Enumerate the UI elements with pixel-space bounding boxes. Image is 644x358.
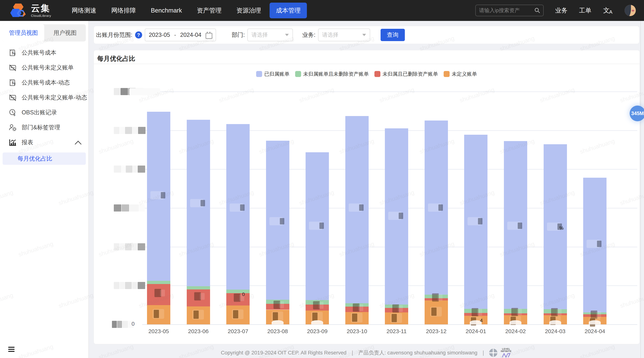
redacted-y-tick-label <box>114 243 145 250</box>
app-logo[interactable]: 云集 CloudLibrary <box>10 3 51 19</box>
badge-value: 345M <box>631 111 644 116</box>
globe-icon <box>489 349 497 357</box>
redaction-artifact: 0 <box>242 291 245 297</box>
redacted-segment-label <box>160 290 165 296</box>
bill-dollar-icon: $ <box>8 49 17 57</box>
sidebar-item-公共账号未定义账单[interactable]: 公共账号未定义账单 <box>0 60 88 75</box>
user-avatar[interactable] <box>624 5 636 16</box>
sidebar-item-公共账号成本[interactable]: $公共账号成本 <box>0 45 88 60</box>
date-separator: - <box>174 32 176 38</box>
bar-2023-10[interactable] <box>345 0 369 324</box>
bar-2023-12[interactable] <box>424 0 448 324</box>
redaction-white-blob <box>589 320 601 324</box>
date-range-label: 出账月份范围: <box>96 31 132 39</box>
bar-2023-05[interactable] <box>147 0 170 324</box>
bar-2024-04[interactable] <box>583 0 606 324</box>
nav-item-成本管理[interactable]: 成本管理 <box>270 3 307 18</box>
footer: Copyright @ 2019-2024 OIT CEP. All Right… <box>88 348 644 358</box>
sidebar-item-label: 公共账号未定义账单-动态 <box>22 94 87 101</box>
nav-link-business[interactable]: 业务 <box>555 6 568 15</box>
x-axis-label-2023-12: 2023-12 <box>421 328 451 334</box>
search-icon[interactable] <box>534 8 540 14</box>
bar-2023-08[interactable] <box>266 0 289 324</box>
product-owner-text: 产品负责人: cavensong shuhuahuang simonlswang <box>358 349 478 356</box>
x-axis-label-2023-10: 2023-10 <box>342 328 372 334</box>
redacted-segment-label <box>279 301 284 308</box>
redacted-segment-label <box>358 304 363 311</box>
sidebar-item-label: 公共账号成本-动态 <box>22 79 70 87</box>
bar-segment-未归属账单且未删除资产账单[interactable] <box>187 286 210 289</box>
x-axis-baseline <box>142 324 637 325</box>
nav-item-资产管理[interactable]: 资产管理 <box>190 3 228 18</box>
bar-2024-01[interactable] <box>464 0 488 324</box>
redacted-segment-label <box>596 311 601 318</box>
bar-2023-06[interactable] <box>187 0 210 324</box>
redacted-bar-label-dark <box>597 241 602 247</box>
nav-item-资源治理[interactable]: 资源治理 <box>230 3 267 18</box>
x-axis-label-2023-11: 2023-11 <box>382 328 412 334</box>
language-switch-icon[interactable]: 文A <box>603 6 613 15</box>
sidebar-tab-管理员视图[interactable]: 管理员视图 <box>2 24 44 42</box>
search-input[interactable] <box>479 7 534 14</box>
floating-metric-badge[interactable]: 345M <box>630 106 644 121</box>
bar-2024-03[interactable] <box>544 0 567 324</box>
right-edge-rail <box>640 21 641 358</box>
redacted-bar-label-dark <box>399 213 403 219</box>
x-axis-label-2024-01: 2024-01 <box>461 328 491 334</box>
sidebar-item-报表[interactable]: 报表 <box>0 135 88 150</box>
chevron-up-icon[interactable] <box>74 141 82 148</box>
x-axis-label-2023-08: 2023-08 <box>263 328 292 334</box>
redacted-segment-label <box>477 309 482 316</box>
redacted-segment-label <box>273 312 278 320</box>
legend-swatch <box>374 71 380 77</box>
sidebar-item-OBS出账记录[interactable]: $OBS出账记录 <box>0 105 88 120</box>
legend-swatch <box>295 71 301 77</box>
x-axis-label-2023-07: 2023-07 <box>223 328 253 334</box>
bar-segment-未归属账单且未删除资产账单[interactable] <box>226 290 250 293</box>
sidebar-item-label: 部门&标签管理 <box>22 123 60 131</box>
x-axis-label-2024-02: 2024-02 <box>500 328 530 334</box>
chart-title: 每月优化占比 <box>97 54 135 63</box>
sidebar-item-label: OBS出账记录 <box>22 109 57 116</box>
collapse-sidebar-button[interactable] <box>8 347 14 352</box>
redacted-segment-label <box>398 305 403 312</box>
sidebar-item-label: 公共账号未定义账单 <box>22 64 74 72</box>
help-icon[interactable]: ? <box>135 31 142 39</box>
bill-crossed-icon <box>8 64 17 72</box>
x-axis-label-2023-05: 2023-05 <box>144 328 174 334</box>
x-axis-label-2024-03: 2024-03 <box>540 328 570 334</box>
logo-subtitle: CloudLibrary <box>31 14 51 17</box>
nav-item-Benchmark[interactable]: Benchmark <box>144 3 188 18</box>
sidebar-subitem-每月优化占比[interactable]: 每月优化占比 <box>2 152 86 165</box>
bar-2023-07[interactable] <box>226 0 250 324</box>
sidebar-item-部门&标签管理[interactable]: 部门&标签管理 <box>0 120 88 135</box>
nav-item-网络测速[interactable]: 网络测速 <box>65 3 102 18</box>
page: 云集 CloudLibrary 网络测速网络排障Benchmark资产管理资源治… <box>0 0 644 358</box>
redaction-white-blob <box>510 320 522 324</box>
redacted-segment-label <box>312 313 318 321</box>
bar-segment-未归属账单且未删除资产账单[interactable] <box>147 281 170 284</box>
x-axis-label-2023-09: 2023-09 <box>302 328 332 334</box>
bar-2023-09[interactable] <box>306 0 329 324</box>
redacted-segment-label <box>154 310 159 318</box>
redacted-bar-label-dark <box>200 200 205 206</box>
nav-menu: 网络测速网络排障Benchmark资产管理资源治理成本管理 <box>64 0 308 21</box>
bill-dollar-icon: $ <box>8 78 17 87</box>
user-gear-icon <box>8 123 17 131</box>
sidebar-item-公共账号未定义账单-动态[interactable]: 公共账号未定义账单-动态 <box>0 90 88 105</box>
redacted-segment-label <box>438 294 442 301</box>
nav-item-网络排障[interactable]: 网络排障 <box>105 3 142 18</box>
redacted-bar-label-dark <box>478 218 482 224</box>
sidebar-tab-用户视图[interactable]: 用户视图 <box>44 24 86 42</box>
sidebar-item-公共账号成本-动态[interactable]: $公共账号成本-动态 <box>0 75 88 90</box>
cloudlibrary-logo-icon <box>10 3 28 19</box>
asset-search-box[interactable] <box>475 5 544 16</box>
bar-2024-02[interactable] <box>504 0 527 324</box>
bar-2023-11[interactable] <box>385 0 408 324</box>
redacted-segment-label <box>200 293 205 300</box>
redacted-segment-label <box>319 302 324 309</box>
nav-link-ticket[interactable]: 工单 <box>579 6 592 15</box>
dept-select-placeholder: 请选择 <box>252 31 268 39</box>
bill-crossed-icon <box>8 93 17 102</box>
svg-text:$: $ <box>14 113 15 117</box>
